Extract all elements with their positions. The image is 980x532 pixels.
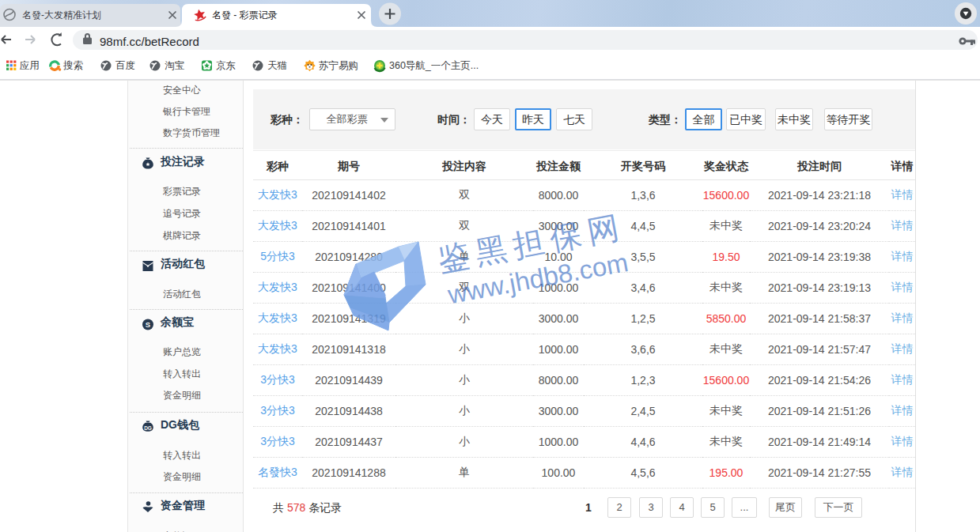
svg-text:S: S <box>146 320 150 329</box>
svg-text:DG: DG <box>144 425 152 431</box>
